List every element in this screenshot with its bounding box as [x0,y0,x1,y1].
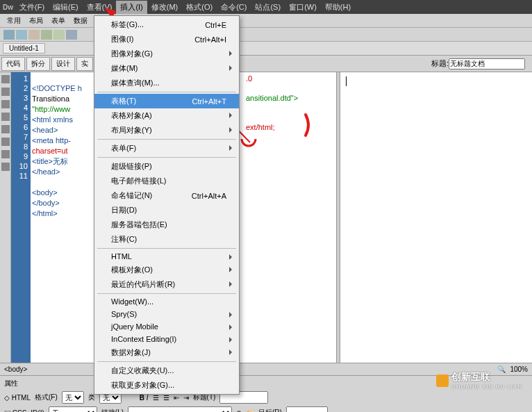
code-tool-icon[interactable] [1,75,10,83]
menu-item[interactable]: 标签(G)...Ctrl+E [94,17,239,32]
view-design-button[interactable]: 设计 [51,57,75,71]
link-label: 链接(L) [101,408,124,412]
menu-site[interactable]: 站点(S) [251,1,285,14]
tool-email-icon[interactable] [16,30,27,40]
menu-bar: Dw 文件(F) 编辑(E) 查看(V) 插入(I) 修改(M) 格式(O) 命… [0,0,532,14]
id-label: ID(I) [31,409,44,413]
toolbar-tab-data[interactable]: 数据 [69,15,92,26]
menu-item[interactable]: 超级链接(P) [94,159,239,174]
menu-item[interactable]: 表单(F) [94,141,239,156]
app-logo: Dw [3,3,15,11]
format-select[interactable]: 无 [62,391,84,404]
toolbar-tab-common[interactable]: 常用 [3,15,25,26]
menu-item[interactable]: 自定义收藏夹(U)... [94,363,239,378]
design-view[interactable] [340,72,532,363]
list-ol-icon[interactable]: ☰ [163,394,169,402]
menu-item[interactable]: 媒体(M) [94,61,239,76]
target-label: 目标(R) [258,408,282,412]
menu-format[interactable]: 格式(O) [182,1,217,14]
indent-icon[interactable]: ⇤ [174,394,179,402]
tool-hyperlink-icon[interactable] [3,30,15,40]
insert-toolbar-icons [0,28,532,42]
point-to-file-icon[interactable]: ⊕ [236,409,242,413]
menu-modify[interactable]: 修改(M) [147,1,183,14]
watermark: 创新互联 CHUANG XIN HU LIAN [436,371,522,390]
menu-item[interactable]: 获取更多对象(G)... [94,378,239,393]
view-split-button[interactable]: 拆分 [26,57,50,71]
link-select[interactable] [128,406,232,412]
menu-item[interactable]: 图像对象(G) [94,47,239,61]
tool-div-icon[interactable] [53,30,65,40]
toolbar-tab-layout[interactable]: 布局 [25,15,47,26]
menu-file[interactable]: 文件(F) [15,1,49,14]
title-input[interactable] [449,58,525,69]
menu-item[interactable]: 注释(C) [94,232,239,247]
tool-table-icon[interactable] [41,30,52,40]
menu-window[interactable]: 窗口(W) [285,1,321,14]
code-tool-icon[interactable] [1,138,10,146]
menu-item[interactable]: 媒体查询(M)... [94,76,239,90]
menu-item[interactable]: 命名锚记(N)Ctrl+Alt+A [94,188,239,203]
html-mode-button[interactable]: ◇ HTML [4,394,31,402]
menu-item[interactable]: HTML [94,250,239,263]
format-label: 格式(F) [35,393,58,402]
target-input[interactable] [286,406,328,412]
doc-tab-untitled[interactable]: Untitled-1 [3,43,45,53]
menu-item[interactable]: 服务器端包括(E) [94,217,239,232]
code-tool-icon[interactable] [1,113,10,121]
menu-edit[interactable]: 编辑(E) [49,1,83,14]
view-live-button[interactable]: 实 [76,57,93,71]
menu-item[interactable]: Spry(S) [94,308,239,320]
tool-image-icon[interactable] [66,30,77,40]
title-label: 标题: [431,58,449,69]
menu-item[interactable]: 日期(D) [94,203,239,217]
outdent-icon[interactable]: ⇥ [183,394,189,402]
menu-help[interactable]: 帮助(H) [321,1,355,14]
view-code-button[interactable]: 代码 [1,57,25,71]
css-mode-button[interactable]: ⬚ CSS [4,409,26,413]
line-numbers: 123 456 789 1011 [11,72,31,363]
menu-item[interactable]: InContext Editing(I) [94,333,239,345]
code-toolbar [0,72,11,363]
watermark-icon [436,374,449,387]
id-select[interactable]: 无 [49,406,97,412]
list-ul-icon[interactable]: ☰ [153,394,159,402]
menu-item[interactable]: 电子邮件链接(L) [94,174,239,188]
menu-item[interactable]: 图像(I)Ctrl+Alt+I [94,32,239,47]
menu-item[interactable]: 布局对象(Y) [94,123,239,138]
code-tool-icon[interactable] [1,125,10,133]
design-cursor [346,76,347,86]
code-tool-icon[interactable] [1,100,10,108]
code-tool-icon[interactable] [1,88,10,96]
browse-icon[interactable]: 📁 [246,409,254,413]
menu-insert[interactable]: 插入(I) [116,1,147,14]
menu-view[interactable]: 查看(V) [83,1,117,14]
main-area: 123 456 789 1011 <!DOCTYPE h Transitiona… [0,72,532,363]
code-tool-icon[interactable] [1,163,10,171]
menu-item[interactable]: 表格对象(A) [94,108,239,123]
tag-selector[interactable]: <body> [4,365,27,373]
toolbar-tab-forms[interactable]: 表单 [47,15,69,26]
view-toolbar: 代码 拆分 设计 实 标题: [0,56,532,72]
insert-menu-dropdown: 标签(G)...Ctrl+E图像(I)Ctrl+Alt+I图像对象(G)媒体(M… [94,15,240,395]
menu-item[interactable]: 最近的代码片断(R) [94,277,239,292]
menu-item[interactable]: 数据对象(J) [94,345,239,360]
code-tool-icon[interactable] [1,150,10,158]
document-tabs: Untitled-1 [0,42,532,56]
menu-item[interactable]: Widget(W)... [94,295,239,308]
menu-commands[interactable]: 命令(C) [217,1,251,14]
menu-item[interactable]: jQuery Mobile [94,320,239,333]
menu-item[interactable]: 模板对象(O) [94,263,239,277]
menu-item[interactable]: 表格(T)Ctrl+Alt+T [94,94,239,108]
tool-anchor-icon[interactable] [28,30,40,40]
insert-toolbar: 常用 布局 表单 数据 Spry [0,14,532,28]
